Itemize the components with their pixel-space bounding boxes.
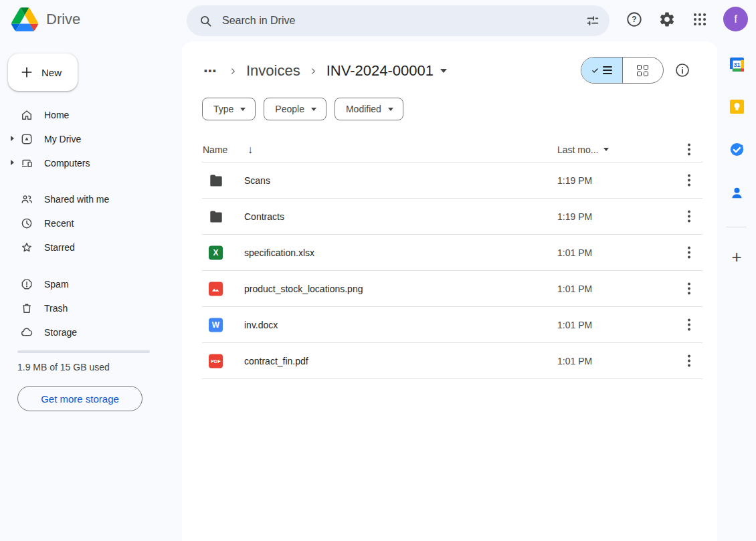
sidebar-item-spam[interactable]: Spam xyxy=(0,272,182,296)
breadcrumb: ⋯ Invoices INV-2024-00001 xyxy=(201,56,447,86)
row-more-icon[interactable] xyxy=(688,282,690,296)
drive-logo-icon xyxy=(11,7,38,31)
my-drive-icon xyxy=(20,132,33,146)
calendar-app-icon[interactable]: 31 xyxy=(729,56,745,72)
filter-chip-type[interactable]: Type xyxy=(202,98,256,120)
app-name: Drive xyxy=(46,11,80,28)
filter-chip-modified[interactable]: Modified xyxy=(335,98,403,120)
file-row[interactable]: Scans1:19 PM xyxy=(202,163,702,199)
sidebar-item-starred[interactable]: Starred xyxy=(0,235,182,259)
file-row[interactable]: Xspecification.xlsx1:01 PM xyxy=(202,235,702,271)
keep-app-icon[interactable] xyxy=(729,98,745,114)
modified-time: 1:01 PM xyxy=(557,356,592,366)
chevron-right-icon xyxy=(229,68,237,75)
home-icon xyxy=(20,108,33,122)
file-table: Name ↓ Last mo... Scans1:19 PMContracts1… xyxy=(202,137,702,379)
expand-caret-icon[interactable] xyxy=(11,136,14,141)
expand-caret-icon[interactable] xyxy=(11,160,14,165)
chip-label: Type xyxy=(213,104,233,114)
sidebar-item-my-drive[interactable]: My Drive xyxy=(0,127,182,151)
filter-chip-people[interactable]: People xyxy=(264,98,326,120)
panel-divider xyxy=(727,227,747,227)
account-avatar[interactable]: f xyxy=(723,7,748,31)
storage-progress-bar xyxy=(17,350,150,353)
settings-gear-icon[interactable] xyxy=(658,11,676,28)
sidebar-item-computers[interactable]: Computers xyxy=(0,151,182,175)
sidebar-item-shared-with-me[interactable]: Shared with me xyxy=(0,187,182,211)
search-bar[interactable] xyxy=(187,5,609,36)
grid-icon xyxy=(637,65,648,76)
column-header-modified-label: Last mo... xyxy=(557,144,598,155)
drive-logo-home[interactable]: Drive xyxy=(11,7,80,31)
row-more-icon[interactable] xyxy=(688,209,690,223)
file-row[interactable]: Contracts1:19 PM xyxy=(202,199,702,235)
sidebar-item-label: Computers xyxy=(44,158,90,169)
right-side-panel: 31 + xyxy=(717,41,756,541)
sidebar-item-home[interactable]: Home xyxy=(0,103,182,127)
chevron-right-icon xyxy=(310,68,317,75)
contacts-app-icon[interactable] xyxy=(729,185,745,201)
sidebar-item-label: Trash xyxy=(44,303,68,314)
clock-icon xyxy=(20,217,33,230)
breadcrumb-parent[interactable]: Invoices xyxy=(246,62,300,80)
row-more-icon[interactable] xyxy=(688,318,690,332)
column-header-name[interactable]: Name xyxy=(203,144,227,155)
chip-label: People xyxy=(275,104,304,114)
folder-icon xyxy=(209,174,223,187)
file-name: Scans xyxy=(244,175,270,186)
breadcrumb-more-icon[interactable]: ⋯ xyxy=(201,63,220,79)
header-more-icon[interactable] xyxy=(688,142,690,156)
shared-people-icon xyxy=(20,193,33,206)
breadcrumb-current-label: INV-2024-00001 xyxy=(326,62,434,80)
sort-direction-icon[interactable]: ↓ xyxy=(248,144,253,156)
check-icon xyxy=(591,67,599,74)
sidebar-item-label: Recent xyxy=(44,218,74,229)
row-more-icon[interactable] xyxy=(688,245,690,259)
file-rows: Scans1:19 PMContracts1:19 PMXspecificati… xyxy=(202,163,702,379)
folder-icon xyxy=(209,210,223,223)
list-view-button[interactable] xyxy=(581,58,623,83)
sidebar-item-label: My Drive xyxy=(44,134,81,144)
modified-time: 1:01 PM xyxy=(557,247,592,258)
file-name: specification.xlsx xyxy=(244,247,314,258)
details-info-icon[interactable] xyxy=(674,62,690,78)
search-filters-icon[interactable] xyxy=(585,13,600,28)
sidebar-item-recent[interactable]: Recent xyxy=(0,211,182,235)
modified-time: 1:01 PM xyxy=(557,320,592,330)
svg-text:31: 31 xyxy=(733,61,740,68)
view-mode-toggle xyxy=(581,57,664,84)
file-row[interactable]: product_stock_locations.png1:01 PM xyxy=(202,271,702,307)
sidebar-item-storage[interactable]: Storage xyxy=(0,320,182,344)
tasks-app-icon[interactable] xyxy=(729,141,745,157)
search-input[interactable] xyxy=(222,15,585,27)
plus-icon xyxy=(20,66,33,79)
row-more-icon[interactable] xyxy=(688,173,690,187)
sort-caret-icon xyxy=(603,148,609,151)
get-more-storage-button[interactable]: Get more storage xyxy=(17,386,143,411)
grid-view-button[interactable] xyxy=(623,58,664,83)
docx-icon: W xyxy=(209,318,223,332)
dropdown-caret-icon xyxy=(240,108,246,111)
star-icon xyxy=(20,241,33,254)
file-row[interactable]: Winv.docx1:01 PM xyxy=(202,307,702,343)
dropdown-caret-icon xyxy=(311,108,316,111)
svg-text:?: ? xyxy=(632,15,636,24)
add-panel-app-icon[interactable]: + xyxy=(729,249,745,265)
help-icon[interactable]: ? xyxy=(626,11,643,28)
breadcrumb-current[interactable]: INV-2024-00001 xyxy=(326,62,447,80)
left-sidebar: New Home My Drive xyxy=(0,41,182,541)
new-button-label: New xyxy=(41,67,62,78)
computers-icon xyxy=(20,156,33,170)
top-bar: Drive ? f xyxy=(0,0,756,41)
file-name: contract_fin.pdf xyxy=(244,356,308,366)
file-row[interactable]: PDFcontract_fin.pdf1:01 PM xyxy=(202,343,702,379)
new-button[interactable]: New xyxy=(8,53,78,91)
sidebar-item-trash[interactable]: Trash xyxy=(0,296,182,320)
column-header-modified[interactable]: Last mo... xyxy=(557,144,609,155)
google-apps-grid-icon[interactable] xyxy=(691,11,708,28)
modified-time: 1:01 PM xyxy=(557,284,592,294)
main-content: ⋯ Invoices INV-2024-00001 Type xyxy=(182,41,717,541)
storage-usage-text: 1.9 MB of 15 GB used xyxy=(17,362,110,372)
modified-time: 1:19 PM xyxy=(557,211,592,222)
row-more-icon[interactable] xyxy=(688,354,690,368)
